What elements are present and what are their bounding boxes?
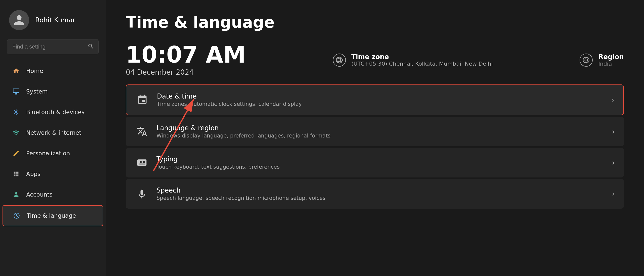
sidebar-item-apps[interactable]: Apps xyxy=(3,164,103,184)
user-profile[interactable]: Rohit Kumar xyxy=(0,0,106,39)
settings-item-speech-desc: Speech language, speech recognition micr… xyxy=(156,195,607,201)
user-name: Rohit Kumar xyxy=(35,16,75,24)
sidebar-item-system[interactable]: System xyxy=(3,81,103,102)
nav-list: Home System Bluetooth & devices xyxy=(0,60,106,276)
sidebar-item-network-label: Network & internet xyxy=(26,129,82,136)
settings-item-date-time-title: Date & time xyxy=(157,93,607,100)
settings-item-typing[interactable]: Typing Touch keyboard, text suggestions,… xyxy=(126,148,624,177)
typing-icon xyxy=(135,156,149,170)
sidebar-item-accounts-label: Accounts xyxy=(26,191,53,198)
settings-item-speech[interactable]: Speech Speech language, speech recogniti… xyxy=(126,179,624,209)
chevron-right-icon: › xyxy=(612,127,615,136)
sidebar-item-personalization-label: Personalization xyxy=(26,150,70,157)
region-text: Region India xyxy=(598,53,624,67)
settings-item-date-time-desc: Time zones, automatic clock settings, ca… xyxy=(157,101,607,107)
current-date: 04 December 2024 xyxy=(126,68,246,76)
sidebar-item-home[interactable]: Home xyxy=(3,61,103,81)
time-language-icon xyxy=(12,211,21,220)
date-time-icon xyxy=(135,93,149,107)
current-time: 10:07 AM xyxy=(126,43,246,66)
sidebar: Rohit Kumar Home System xyxy=(0,0,106,276)
settings-item-language-region[interactable]: Language & region Windows display langua… xyxy=(126,117,624,146)
settings-item-typing-desc: Touch keyboard, text suggestions, prefer… xyxy=(156,164,607,170)
settings-item-typing-title: Typing xyxy=(156,155,607,163)
sidebar-item-accounts[interactable]: Accounts xyxy=(3,185,103,205)
region-value: India xyxy=(598,61,624,67)
sidebar-item-apps-label: Apps xyxy=(26,171,41,177)
bluetooth-icon xyxy=(12,108,21,117)
language-region-icon xyxy=(135,124,149,139)
speech-icon xyxy=(135,187,149,201)
sidebar-item-time-language[interactable]: Time & language xyxy=(3,205,103,226)
settings-item-speech-title: Speech xyxy=(156,187,607,194)
settings-item-language-region-desc: Windows display language, preferred lang… xyxy=(156,133,607,139)
sidebar-item-bluetooth-label: Bluetooth & devices xyxy=(26,109,85,115)
search-box[interactable] xyxy=(7,39,99,54)
chevron-right-icon: › xyxy=(612,96,614,104)
timezone-text: Time zone (UTC+05:30) Chennai, Kolkata, … xyxy=(351,53,493,67)
main-wrapper: Time & language 10:07 AM 04 December 202… xyxy=(106,0,644,276)
sidebar-item-system-label: System xyxy=(26,88,48,95)
timezone-value: (UTC+05:30) Chennai, Kolkata, Mumbai, Ne… xyxy=(351,61,493,67)
settings-item-typing-text: Typing Touch keyboard, text suggestions,… xyxy=(156,155,607,170)
page-title: Time & language xyxy=(126,13,624,31)
network-icon xyxy=(12,128,21,137)
region-globe-icon xyxy=(580,54,593,67)
search-input[interactable] xyxy=(7,39,99,54)
region-block: Region India xyxy=(580,53,624,67)
apps-icon xyxy=(12,169,21,178)
avatar xyxy=(9,10,29,30)
home-icon xyxy=(12,66,21,75)
settings-item-speech-text: Speech Speech language, speech recogniti… xyxy=(156,187,607,201)
settings-item-language-region-title: Language & region xyxy=(156,124,607,132)
sidebar-item-time-language-label: Time & language xyxy=(27,212,76,219)
sidebar-item-home-label: Home xyxy=(26,68,43,74)
settings-item-date-time-text: Date & time Time zones, automatic clock … xyxy=(157,93,607,107)
chevron-right-icon: › xyxy=(612,190,615,198)
current-time-block: 10:07 AM 04 December 2024 xyxy=(126,43,246,76)
sidebar-item-bluetooth[interactable]: Bluetooth & devices xyxy=(3,102,103,122)
settings-item-language-region-text: Language & region Windows display langua… xyxy=(156,124,607,139)
sidebar-item-network[interactable]: Network & internet xyxy=(3,123,103,143)
timezone-globe-icon xyxy=(333,54,346,67)
system-icon xyxy=(12,87,21,96)
personalization-icon xyxy=(12,149,21,158)
timezone-block: Time zone (UTC+05:30) Chennai, Kolkata, … xyxy=(333,53,493,67)
settings-item-date-time[interactable]: Date & time Time zones, automatic clock … xyxy=(126,84,624,115)
accounts-icon xyxy=(12,190,21,199)
region-label: Region xyxy=(598,53,624,61)
chevron-right-icon: › xyxy=(612,159,615,167)
timezone-label: Time zone xyxy=(351,53,493,61)
search-icon xyxy=(88,43,94,51)
main-content: Time & language 10:07 AM 04 December 202… xyxy=(106,0,644,222)
sidebar-item-personalization[interactable]: Personalization xyxy=(3,143,103,163)
time-zone-row: 10:07 AM 04 December 2024 Time zone (UTC… xyxy=(126,43,624,76)
settings-list: Date & time Time zones, automatic clock … xyxy=(126,84,624,209)
